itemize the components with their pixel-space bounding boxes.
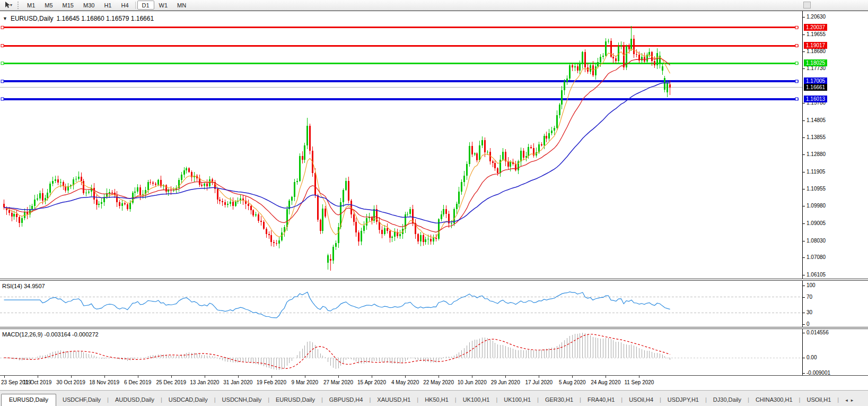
rsi-plot-area[interactable]: RSI(14) 34.9507 (0, 281, 802, 327)
x-axis-tick-mark (104, 376, 105, 378)
x-axis-tick-mark (405, 376, 406, 378)
y-axis-tick-mark (803, 206, 805, 206)
date-axis[interactable]: 23 Sep 201911 Oct 201930 Oct 201918 Nov … (0, 375, 868, 390)
chart-collapse-icon[interactable]: ▼ (3, 16, 7, 21)
tab-GBPUSD-H4[interactable]: GBPUSD,H4 (323, 394, 370, 406)
price-line-badge: 1.20037 (804, 24, 827, 31)
x-axis-tick-mark (606, 376, 606, 378)
horizontal-level-line-1.18025[interactable] (1, 62, 799, 65)
x-axis-tick-mark (171, 376, 172, 378)
tab-GER30-H1[interactable]: GER30,H1 (539, 394, 580, 406)
tab-HK50-H1[interactable]: HK50,H1 (418, 394, 455, 406)
y-axis-tick-mark (803, 223, 805, 224)
y-axis-tick-label: 1.18680 (806, 48, 826, 54)
rsi-line (4, 292, 670, 318)
tab-USDCNH-Daily[interactable]: USDCNH,Daily (216, 394, 268, 406)
main-chart-pane: ▼ EURUSD,Daily 1.16645 1.16860 1.16579 1… (0, 11, 868, 279)
y-axis-tick-label: 1.09005 (806, 220, 826, 226)
tab-USOil-H1[interactable]: USOil,H1 (800, 394, 837, 406)
macd-scale[interactable]: 0.0145560.00-0.009001 (803, 329, 868, 375)
price-scale[interactable]: 1.206301.196551.186801.177301.157801.148… (803, 11, 868, 279)
timeframe-button-D1[interactable]: D1 (137, 1, 154, 10)
tab-scroll-right-icon[interactable]: ▸ (851, 398, 854, 403)
tab-CHINA300-H1[interactable]: CHINA300,H1 (749, 394, 799, 406)
tab-USDCHF-Daily[interactable]: USDCHF,Daily (56, 394, 107, 406)
x-axis-date-label: 31 Jan 2020 (223, 379, 252, 385)
horizontal-level-line-1.16013[interactable] (1, 98, 799, 100)
timeframe-button-M5[interactable]: M5 (40, 1, 57, 10)
timeframe-button-W1[interactable]: W1 (154, 1, 173, 10)
tab-USDJPY-H1[interactable]: USDJPY,H1 (661, 394, 705, 406)
y-axis-tick-mark (803, 120, 805, 121)
y-axis-tick-label: 1.13855 (806, 134, 826, 140)
horizontal-level-line-1.17005[interactable] (1, 80, 799, 83)
chart-tab-bar: EURUSD,DailyUSDCHF,Daily|AUDUSD,Daily|US… (0, 390, 868, 406)
y-axis-tick-mark (803, 257, 805, 258)
x-axis-date-label: 24 Aug 2020 (591, 379, 620, 385)
toolbar-overflow-button[interactable] (803, 2, 811, 8)
chart-window: ▼ EURUSD,Daily 1.16645 1.16860 1.16579 1… (0, 11, 868, 390)
timeframe-button-M30[interactable]: M30 (78, 1, 99, 10)
tab-EURUSD-Daily[interactable]: EURUSD,Daily (269, 394, 321, 406)
tab-EURUSD-Daily[interactable]: EURUSD,Daily (1, 394, 56, 406)
tab-DJ30-Daily[interactable]: DJ30,Daily (707, 394, 748, 406)
rsi-pane: RSI(14) 34.9507 10070300 (0, 281, 868, 327)
timeframe-button-H1[interactable]: H1 (99, 1, 116, 10)
rsi-tick-label: 0 (806, 321, 810, 327)
y-axis-tick-mark (803, 189, 805, 189)
toolbar: ▾ M1M5M15M30H1H4D1W1MN (0, 0, 868, 11)
x-axis-date-label: 11 Oct 2019 (23, 379, 52, 385)
x-axis-tick-mark (572, 376, 573, 378)
macd-histogram (4, 333, 670, 370)
price-line-badge: 1.16013 (804, 96, 827, 102)
price-line-badge: 1.19017 (804, 42, 827, 49)
y-axis-tick-mark (803, 68, 805, 69)
timeframe-button-M1[interactable]: M1 (22, 1, 40, 10)
rsi-tick-label: 30 (806, 309, 812, 315)
x-axis-date-label: 11 Sep 2020 (624, 379, 654, 385)
horizontal-level-line-1.19017[interactable] (1, 45, 799, 47)
x-axis-date-label: 15 Apr 2020 (357, 379, 386, 385)
tab-UK100-H1[interactable]: UK100,H1 (497, 394, 537, 406)
x-axis-date-label: 10 Jun 2020 (458, 379, 487, 385)
tab-scroll-left-icon[interactable]: ◂ (845, 398, 848, 403)
line-handle-right (795, 80, 798, 83)
y-axis-tick-label: 1.07080 (806, 254, 826, 260)
tab-FRA40-H1[interactable]: FRA40,H1 (581, 394, 621, 406)
price-plot-area[interactable]: ▼ EURUSD,Daily 1.16645 1.16860 1.16579 1… (0, 11, 802, 279)
x-axis-tick-mark (271, 376, 272, 378)
x-axis-date-label: 9 Mar 2020 (292, 379, 319, 385)
x-axis-tick-mark (138, 376, 138, 378)
toolbar-separator (135, 2, 136, 9)
tab-AUDUSD-Daily[interactable]: AUDUSD,Daily (109, 394, 161, 406)
chart-symbol-label: EURUSD,Daily (11, 15, 54, 22)
cursor-tool-caret-icon[interactable]: ▾ (10, 3, 12, 7)
x-axis-tick-mark (305, 376, 305, 378)
x-axis-date-label: 22 May 2020 (423, 379, 454, 385)
line-handle-left (1, 62, 4, 65)
tab-USOil-H4[interactable]: USOil,H4 (622, 394, 660, 406)
x-axis-tick-mark (505, 376, 506, 378)
y-axis-tick-mark (803, 241, 805, 241)
x-axis-date-label: 5 Aug 2020 (559, 379, 586, 385)
chart-title: ▼ EURUSD,Daily 1.16645 1.16860 1.16579 1… (3, 15, 154, 22)
macd-plot-area[interactable]: MACD(12,26,9) -0.003164 -0.000272 (0, 329, 802, 375)
cursor-tool-button[interactable]: ▾ (2, 1, 15, 10)
toolbar-grip-handle[interactable] (17, 2, 20, 9)
timeframe-button-MN[interactable]: MN (172, 1, 191, 10)
y-axis-tick-mark (803, 275, 805, 275)
rsi-label: RSI(14) 34.9507 (2, 283, 45, 289)
tab-UK100-H1[interactable]: UK100,H1 (457, 394, 496, 406)
timeframe-button-M15[interactable]: M15 (58, 1, 78, 10)
tab-XAUUSD-H1[interactable]: XAUUSD,H1 (371, 394, 417, 406)
timeframe-button-H4[interactable]: H4 (116, 1, 133, 10)
rsi-scale[interactable]: 10070300 (803, 281, 868, 327)
rsi-tick-mark (803, 297, 805, 298)
line-handle-left (1, 98, 4, 100)
horizontal-level-line-1.20037[interactable] (1, 26, 799, 29)
x-axis-date-label: 6 Dec 2019 (124, 379, 151, 385)
macd-tick-mark (803, 373, 805, 374)
rsi-tick-mark (803, 324, 805, 325)
tab-USDCAD-Daily[interactable]: USDCAD,Daily (162, 394, 214, 406)
line-handle-left (1, 80, 4, 83)
